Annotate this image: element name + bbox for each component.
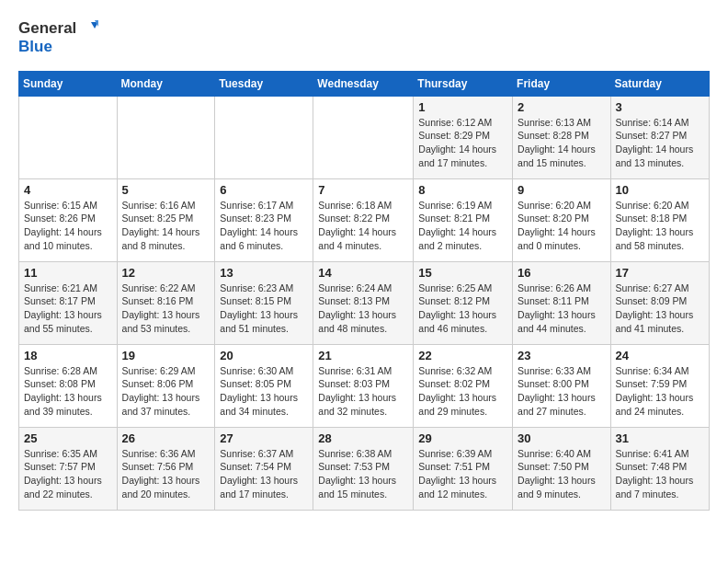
logo-blue: Blue xyxy=(18,39,98,56)
day-number: 25 xyxy=(24,431,112,445)
day-info: Sunrise: 6:33 AM Sunset: 8:00 PM Dayligh… xyxy=(518,364,606,419)
cell-week3-day0: 11Sunrise: 6:21 AM Sunset: 8:17 PM Dayli… xyxy=(19,261,118,344)
day-number: 31 xyxy=(616,431,704,445)
day-info: Sunrise: 6:38 AM Sunset: 7:53 PM Dayligh… xyxy=(318,447,408,501)
logo-bird-icon xyxy=(78,18,98,39)
cell-week1-day0 xyxy=(19,96,118,178)
cell-week3-day6: 17Sunrise: 6:27 AM Sunset: 8:09 PM Dayli… xyxy=(610,261,709,344)
day-info: Sunrise: 6:35 AM Sunset: 7:57 PM Dayligh… xyxy=(24,447,112,501)
day-info: Sunrise: 6:30 AM Sunset: 8:05 PM Dayligh… xyxy=(220,364,308,419)
week-row-1: 1Sunrise: 6:12 AM Sunset: 8:29 PM Daylig… xyxy=(19,96,710,178)
day-info: Sunrise: 6:20 AM Sunset: 8:20 PM Dayligh… xyxy=(518,199,606,253)
cell-week4-day1: 19Sunrise: 6:29 AM Sunset: 8:06 PM Dayli… xyxy=(117,344,215,427)
day-number: 18 xyxy=(24,349,112,362)
logo-general: General xyxy=(18,20,76,38)
day-number: 11 xyxy=(24,266,112,280)
day-info: Sunrise: 6:21 AM Sunset: 8:17 PM Dayligh… xyxy=(24,282,112,336)
day-number: 13 xyxy=(220,266,308,280)
cell-week1-day1 xyxy=(117,96,215,178)
cell-week2-day0: 4Sunrise: 6:15 AM Sunset: 8:26 PM Daylig… xyxy=(19,178,118,261)
day-number: 23 xyxy=(518,349,606,362)
day-number: 7 xyxy=(318,183,408,197)
day-info: Sunrise: 6:14 AM Sunset: 8:27 PM Dayligh… xyxy=(616,116,704,170)
day-number: 3 xyxy=(616,100,704,114)
week-row-4: 18Sunrise: 6:28 AM Sunset: 8:08 PM Dayli… xyxy=(19,344,710,427)
day-number: 24 xyxy=(616,349,704,362)
day-number: 8 xyxy=(418,183,507,197)
cell-week5-day6: 31Sunrise: 6:41 AM Sunset: 7:48 PM Dayli… xyxy=(610,427,709,510)
day-info: Sunrise: 6:40 AM Sunset: 7:50 PM Dayligh… xyxy=(518,447,606,501)
day-number: 26 xyxy=(122,431,210,445)
day-info: Sunrise: 6:25 AM Sunset: 8:12 PM Dayligh… xyxy=(418,282,507,336)
day-number: 10 xyxy=(616,183,704,197)
header-wednesday: Wednesday xyxy=(313,71,414,96)
day-number: 20 xyxy=(220,349,308,362)
cell-week2-day6: 10Sunrise: 6:20 AM Sunset: 8:18 PM Dayli… xyxy=(610,178,709,261)
header-friday: Friday xyxy=(513,71,611,96)
cell-week3-day2: 13Sunrise: 6:23 AM Sunset: 8:15 PM Dayli… xyxy=(215,261,313,344)
day-info: Sunrise: 6:22 AM Sunset: 8:16 PM Dayligh… xyxy=(122,282,210,336)
cell-week1-day2 xyxy=(215,96,313,178)
cell-week5-day4: 29Sunrise: 6:39 AM Sunset: 7:51 PM Dayli… xyxy=(414,427,513,510)
day-number: 28 xyxy=(318,431,408,445)
day-number: 15 xyxy=(418,266,507,280)
cell-week4-day5: 23Sunrise: 6:33 AM Sunset: 8:00 PM Dayli… xyxy=(513,344,611,427)
day-info: Sunrise: 6:16 AM Sunset: 8:25 PM Dayligh… xyxy=(122,199,210,253)
header-monday: Monday xyxy=(117,71,215,96)
day-info: Sunrise: 6:36 AM Sunset: 7:56 PM Dayligh… xyxy=(122,447,210,501)
day-info: Sunrise: 6:24 AM Sunset: 8:13 PM Dayligh… xyxy=(318,282,408,336)
cell-week4-day6: 24Sunrise: 6:34 AM Sunset: 7:59 PM Dayli… xyxy=(610,344,709,427)
day-number: 1 xyxy=(418,100,507,114)
day-number: 27 xyxy=(220,431,308,445)
day-number: 12 xyxy=(122,266,210,280)
logo: General Blue xyxy=(18,18,98,56)
day-info: Sunrise: 6:39 AM Sunset: 7:51 PM Dayligh… xyxy=(418,447,507,501)
cell-week1-day5: 2Sunrise: 6:13 AM Sunset: 8:28 PM Daylig… xyxy=(513,96,611,178)
cell-week2-day2: 6Sunrise: 6:17 AM Sunset: 8:23 PM Daylig… xyxy=(215,178,313,261)
weekday-header-row: SundayMondayTuesdayWednesdayThursdayFrid… xyxy=(19,71,710,96)
cell-week1-day6: 3Sunrise: 6:14 AM Sunset: 8:27 PM Daylig… xyxy=(610,96,709,178)
cell-week5-day5: 30Sunrise: 6:40 AM Sunset: 7:50 PM Dayli… xyxy=(513,427,611,510)
cell-week2-day1: 5Sunrise: 6:16 AM Sunset: 8:25 PM Daylig… xyxy=(117,178,215,261)
cell-week5-day3: 28Sunrise: 6:38 AM Sunset: 7:53 PM Dayli… xyxy=(313,427,414,510)
day-info: Sunrise: 6:19 AM Sunset: 8:21 PM Dayligh… xyxy=(418,199,507,253)
day-number: 6 xyxy=(220,183,308,197)
day-number: 14 xyxy=(318,266,408,280)
week-row-2: 4Sunrise: 6:15 AM Sunset: 8:26 PM Daylig… xyxy=(19,178,710,261)
day-info: Sunrise: 6:12 AM Sunset: 8:29 PM Dayligh… xyxy=(418,116,507,170)
cell-week2-day3: 7Sunrise: 6:18 AM Sunset: 8:22 PM Daylig… xyxy=(313,178,414,261)
day-info: Sunrise: 6:37 AM Sunset: 7:54 PM Dayligh… xyxy=(220,447,308,501)
day-number: 5 xyxy=(122,183,210,197)
cell-week5-day2: 27Sunrise: 6:37 AM Sunset: 7:54 PM Dayli… xyxy=(215,427,313,510)
header-tuesday: Tuesday xyxy=(215,71,313,96)
header-sunday: Sunday xyxy=(19,71,118,96)
cell-week4-day4: 22Sunrise: 6:32 AM Sunset: 8:02 PM Dayli… xyxy=(414,344,513,427)
day-number: 21 xyxy=(318,349,408,362)
calendar-table: SundayMondayTuesdayWednesdayThursdayFrid… xyxy=(18,71,710,511)
day-info: Sunrise: 6:28 AM Sunset: 8:08 PM Dayligh… xyxy=(24,364,112,419)
day-info: Sunrise: 6:17 AM Sunset: 8:23 PM Dayligh… xyxy=(220,199,308,253)
day-number: 19 xyxy=(122,349,210,362)
header: General Blue xyxy=(18,18,710,56)
day-info: Sunrise: 6:27 AM Sunset: 8:09 PM Dayligh… xyxy=(616,282,704,336)
day-info: Sunrise: 6:18 AM Sunset: 8:22 PM Dayligh… xyxy=(318,199,408,253)
week-row-5: 25Sunrise: 6:35 AM Sunset: 7:57 PM Dayli… xyxy=(19,427,710,510)
day-number: 9 xyxy=(518,183,606,197)
day-number: 22 xyxy=(418,349,507,362)
cell-week2-day5: 9Sunrise: 6:20 AM Sunset: 8:20 PM Daylig… xyxy=(513,178,611,261)
day-info: Sunrise: 6:31 AM Sunset: 8:03 PM Dayligh… xyxy=(318,364,408,419)
day-number: 4 xyxy=(24,183,112,197)
day-info: Sunrise: 6:26 AM Sunset: 8:11 PM Dayligh… xyxy=(518,282,606,336)
day-info: Sunrise: 6:32 AM Sunset: 8:02 PM Dayligh… xyxy=(418,364,507,419)
day-number: 30 xyxy=(518,431,606,445)
cell-week3-day4: 15Sunrise: 6:25 AM Sunset: 8:12 PM Dayli… xyxy=(414,261,513,344)
week-row-3: 11Sunrise: 6:21 AM Sunset: 8:17 PM Dayli… xyxy=(19,261,710,344)
day-info: Sunrise: 6:15 AM Sunset: 8:26 PM Dayligh… xyxy=(24,199,112,253)
cell-week3-day5: 16Sunrise: 6:26 AM Sunset: 8:11 PM Dayli… xyxy=(513,261,611,344)
day-info: Sunrise: 6:13 AM Sunset: 8:28 PM Dayligh… xyxy=(518,116,606,170)
cell-week2-day4: 8Sunrise: 6:19 AM Sunset: 8:21 PM Daylig… xyxy=(414,178,513,261)
day-number: 29 xyxy=(418,431,507,445)
day-info: Sunrise: 6:23 AM Sunset: 8:15 PM Dayligh… xyxy=(220,282,308,336)
cell-week3-day1: 12Sunrise: 6:22 AM Sunset: 8:16 PM Dayli… xyxy=(117,261,215,344)
cell-week4-day0: 18Sunrise: 6:28 AM Sunset: 8:08 PM Dayli… xyxy=(19,344,118,427)
